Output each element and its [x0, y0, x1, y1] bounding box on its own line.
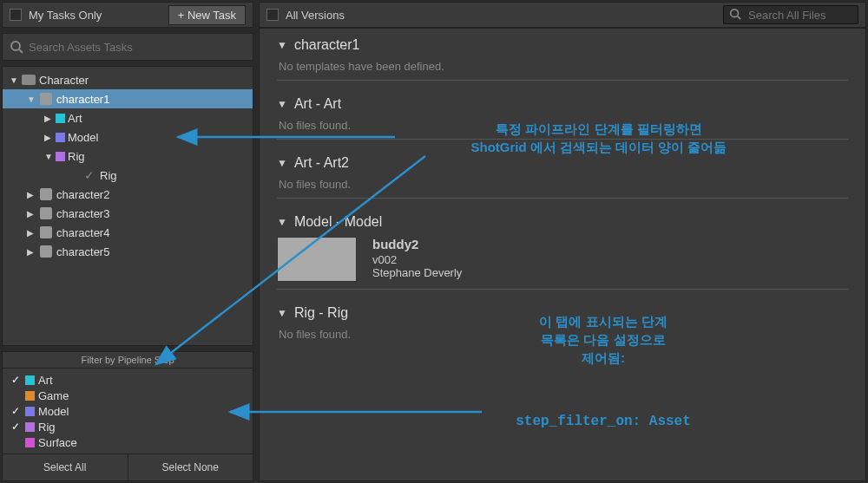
svg-point-2	[731, 10, 739, 17]
section-body: No templates have been defined.	[277, 60, 848, 73]
thumbnail	[277, 237, 357, 282]
step-color-swatch	[25, 438, 35, 447]
tree-item-rig-task[interactable]: Rig	[3, 166, 253, 185]
asset-icon	[39, 93, 53, 105]
tree-item-character1[interactable]: ▼ character1	[3, 89, 253, 108]
tree-label: Rig	[68, 150, 85, 163]
chevron-icon: ▶	[44, 133, 53, 142]
asset-icon	[39, 207, 53, 219]
chevron-right-icon: ▶	[27, 190, 36, 199]
section-body: No files found.	[277, 328, 848, 341]
svg-point-0	[11, 42, 20, 50]
tree-label: Model	[68, 131, 98, 144]
new-task-button[interactable]: + New Task	[168, 5, 246, 25]
search-icon	[729, 8, 743, 22]
filter-label: Surface	[38, 436, 77, 449]
section: ▼Model - Modelbuddy2v002Stephane Deverly	[277, 214, 848, 290]
filter-item-model[interactable]: ✓Model	[10, 403, 246, 419]
tree-item-step-model[interactable]: ▶Model	[3, 127, 253, 147]
svg-line-3	[738, 16, 741, 20]
section-header[interactable]: ▼Art - Art	[277, 96, 848, 112]
chevron-down-icon: ▼	[277, 98, 287, 110]
tree-item-character4[interactable]: ▶character4	[3, 223, 253, 242]
tree-item-step-art[interactable]: ▶Art	[3, 108, 253, 127]
tree-label: character2	[56, 188, 109, 201]
asset-icon	[39, 188, 53, 200]
svg-line-1	[19, 49, 23, 53]
tree-label: character3	[56, 207, 109, 220]
filter-item-rig[interactable]: ✓Rig	[10, 419, 246, 434]
tree-root-character[interactable]: ▼ Character	[3, 70, 253, 89]
file-title: buddy2	[372, 237, 462, 251]
search-files-input[interactable]	[748, 9, 852, 22]
search-icon	[10, 40, 23, 54]
step-color-swatch	[25, 407, 35, 416]
section-header[interactable]: ▼Model - Model	[277, 214, 848, 230]
all-versions-label: All Versions	[286, 9, 345, 22]
section-header[interactable]: ▼Art - Art2	[277, 155, 848, 171]
section-body: No files found.	[277, 119, 848, 132]
chevron-down-icon: ▼	[10, 75, 18, 85]
tree-label: Art	[68, 112, 82, 125]
step-color-swatch	[25, 391, 35, 401]
section-header[interactable]: ▼character1	[277, 37, 848, 53]
section: ▼character1No templates have been define…	[277, 37, 848, 81]
check-icon: ✓	[10, 405, 22, 417]
chevron-icon: ▼	[44, 152, 53, 161]
section: ▼Art - Art2No files found.	[277, 155, 848, 199]
tree-label: Rig	[100, 169, 117, 182]
step-color-swatch	[25, 375, 35, 385]
filter-label: Game	[38, 389, 69, 402]
filter-item-game[interactable]: Game	[10, 388, 246, 403]
my-tasks-label: My Tasks Only	[29, 9, 102, 22]
tree-item-character2[interactable]: ▶character2	[3, 185, 253, 204]
filter-item-surface[interactable]: Surface	[10, 434, 246, 450]
step-color-swatch	[56, 133, 65, 142]
file-author: Stephane Deverly	[372, 266, 462, 279]
content-area[interactable]: ▼character1No templates have been define…	[259, 28, 866, 481]
section-title: Rig - Rig	[294, 305, 348, 321]
step-color-swatch	[25, 422, 35, 432]
select-none-button[interactable]: Select None	[128, 454, 253, 480]
filter-header: Filter by Pipeline Step	[3, 352, 253, 369]
my-tasks-checkbox[interactable]	[10, 9, 22, 21]
filter-item-art[interactable]: ✓Art	[10, 372, 246, 388]
search-assets-input[interactable]	[29, 41, 246, 54]
file-item[interactable]: buddy2v002Stephane Deverly	[277, 237, 848, 282]
all-versions-checkbox[interactable]	[266, 9, 279, 21]
chevron-right-icon: ▶	[27, 247, 36, 257]
check-icon	[82, 169, 96, 181]
step-color-swatch	[56, 152, 65, 161]
chevron-down-icon: ▼	[277, 216, 287, 228]
chevron-down-icon: ▼	[277, 157, 287, 169]
asset-icon	[39, 245, 53, 258]
chevron-right-icon: ▶	[27, 209, 36, 219]
section-title: Art - Art2	[294, 155, 349, 171]
chevron-down-icon: ▼	[277, 39, 287, 51]
filter-label: Model	[38, 405, 69, 418]
step-color-swatch	[56, 114, 65, 123]
section: ▼Rig - RigNo files found.	[277, 305, 848, 341]
tree-label: character1	[56, 93, 109, 106]
section-header[interactable]: ▼Rig - Rig	[277, 305, 848, 321]
section-title: Art - Art	[294, 96, 341, 112]
tree-label: character4	[56, 226, 109, 239]
tree-item-character5[interactable]: ▶character5	[3, 242, 253, 261]
tree-label: Character	[39, 74, 89, 87]
filter-label: Rig	[38, 421, 56, 434]
file-version: v002	[372, 253, 462, 266]
tree-item-step-rig[interactable]: ▼Rig	[3, 147, 253, 166]
folder-icon	[22, 74, 36, 86]
filter-label: Art	[38, 374, 53, 387]
chevron-icon: ▶	[44, 114, 53, 123]
chevron-right-icon: ▶	[27, 228, 36, 238]
tree-item-character3[interactable]: ▶character3	[3, 204, 253, 223]
check-icon: ✓	[10, 374, 22, 386]
section-title: character1	[294, 37, 360, 53]
chevron-down-icon: ▼	[277, 307, 287, 319]
select-all-button[interactable]: Select All	[3, 454, 128, 480]
check-icon: ✓	[10, 421, 22, 433]
section: ▼Art - ArtNo files found.	[277, 96, 848, 140]
chevron-down-icon: ▼	[27, 95, 36, 104]
asset-tree[interactable]: ▼ Character ▼ character1 ▶Art▶Model▼Rig …	[2, 66, 253, 346]
